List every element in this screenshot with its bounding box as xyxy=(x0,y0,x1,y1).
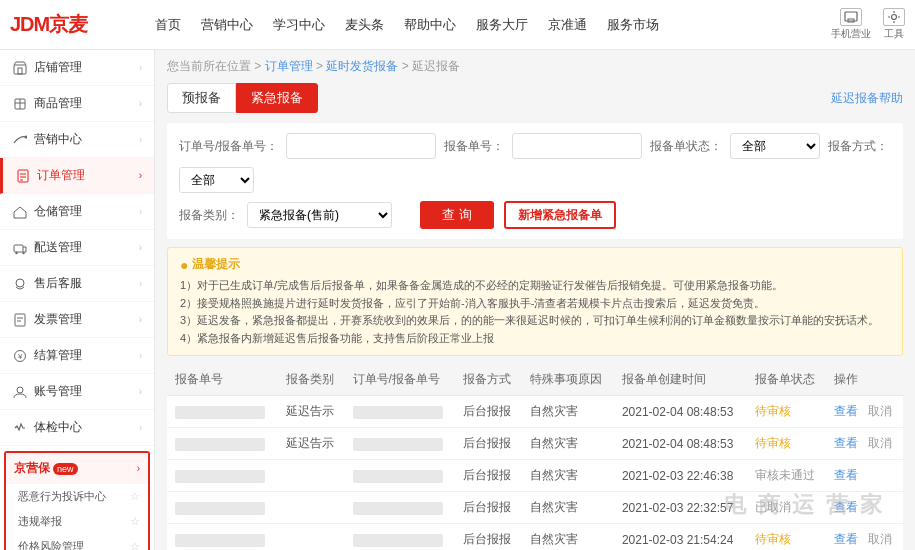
sidebar-item-invoice[interactable]: 发票管理 › xyxy=(0,302,154,338)
cell-report-no xyxy=(167,428,278,460)
cell-status: 已取消 xyxy=(747,492,826,524)
sidebar-item-aftersale[interactable]: 售后客服 › xyxy=(0,266,154,302)
action-cancel-4[interactable]: 取消 xyxy=(868,532,892,546)
order-no-input[interactable] xyxy=(286,133,436,159)
cell-order-no xyxy=(345,492,456,524)
sidebar-item-goods[interactable]: 商品管理 › xyxy=(0,86,154,122)
action-cancel-0[interactable]: 取消 xyxy=(868,404,892,418)
jyb-section: 京营保 new › 恶意行为投诉中心 ☆ 违规举报 ☆ 价格风险管理 ☆ xyxy=(4,451,150,550)
marketing-icon xyxy=(13,133,27,147)
method-label: 报备方式： xyxy=(828,138,888,155)
jyb-header[interactable]: 京营保 new › xyxy=(6,453,148,484)
breadcrumb-order-mgmt[interactable]: 订单管理 xyxy=(265,59,313,73)
sidebar-item-marketing[interactable]: 营销中心 › xyxy=(0,122,154,158)
svg-point-2 xyxy=(892,15,897,20)
action-view-2[interactable]: 查看 xyxy=(834,468,858,482)
tab-prebackup[interactable]: 预报备 xyxy=(167,83,236,113)
data-table: 报备单号 报备类别 订单号/报备单号 报备方式 特殊事项原因 报备单创建时间 报… xyxy=(167,364,903,550)
chevron-icon-account: › xyxy=(139,386,142,397)
tab-emergency[interactable]: 紧急报备 xyxy=(236,83,318,113)
main-content: 您当前所在位置 > 订单管理 > 延时发货报备 > 延迟报备 预报备 紧急报备 … xyxy=(155,50,915,550)
action-view-3[interactable]: 查看 xyxy=(834,500,858,514)
svg-point-19 xyxy=(22,251,24,253)
nav-item-home[interactable]: 首页 xyxy=(145,0,191,50)
sidebar-item-account[interactable]: 账号管理 › xyxy=(0,374,154,410)
svg-point-18 xyxy=(15,251,17,253)
svg-rect-21 xyxy=(15,314,25,326)
th-method: 报备方式 xyxy=(455,364,522,396)
sidebar-item-delivery[interactable]: 配送管理 › xyxy=(0,230,154,266)
jyb-subitem-report[interactable]: 违规举报 ☆ xyxy=(6,509,148,534)
cell-reason: 自然灾害 xyxy=(522,428,614,460)
sidebar-item-warehouse[interactable]: 仓储管理 › xyxy=(0,194,154,230)
sidebar-item-order[interactable]: 订单管理 › xyxy=(0,158,154,194)
tools-btn[interactable]: 工具 xyxy=(883,8,905,41)
mobile-store-btn[interactable]: 手机营业 xyxy=(831,8,871,41)
cell-actions: 查看 取消 xyxy=(826,396,903,428)
sidebar-item-aftersale-label: 售后客服 xyxy=(34,275,82,292)
report-no-input[interactable] xyxy=(512,133,642,159)
jyb-subitem-price-label: 价格风险管理 xyxy=(18,539,84,550)
cell-method: 后台报报 xyxy=(455,428,522,460)
health-icon xyxy=(13,421,27,435)
nav-item-marketing[interactable]: 营销中心 xyxy=(191,0,263,50)
cell-method: 后台报报 xyxy=(455,524,522,550)
nav-item-market[interactable]: 服务市场 xyxy=(597,0,669,50)
cell-created: 2021-02-03 21:54:24 xyxy=(614,524,747,550)
sidebar-item-marketing-label: 营销中心 xyxy=(34,131,82,148)
method-select[interactable]: 全部后台报备API报备 xyxy=(179,167,254,193)
jyb-subitem-price[interactable]: 价格风险管理 ☆ xyxy=(6,534,148,550)
logo: JDM京麦 xyxy=(10,11,130,38)
breadcrumb-home: 您当前所在位置 > xyxy=(167,59,265,73)
mobile-store-label: 手机营业 xyxy=(831,27,871,41)
store-icon xyxy=(13,61,27,75)
order-icon xyxy=(16,169,30,183)
warning-item-4: 4）紧急报备内新增延迟售后报备功能，支持售后阶段正常业上报 xyxy=(180,330,890,348)
cell-actions: 查看 xyxy=(826,460,903,492)
star-icon-0: ☆ xyxy=(130,490,140,503)
nav-item-service[interactable]: 服务大厅 xyxy=(466,0,538,50)
svg-rect-17 xyxy=(14,245,23,252)
sidebar-item-health[interactable]: 体检中心 › xyxy=(0,410,154,446)
account-icon xyxy=(13,385,27,399)
action-view-1[interactable]: 查看 xyxy=(834,436,858,450)
action-view-4[interactable]: 查看 xyxy=(834,532,858,546)
star-icon-1: ☆ xyxy=(130,515,140,528)
warehouse-icon xyxy=(13,205,27,219)
svg-text:¥: ¥ xyxy=(17,352,23,361)
cell-category: 延迟告示 xyxy=(278,396,345,428)
sidebar-item-account-label: 账号管理 xyxy=(34,383,82,400)
sidebar-item-goods-label: 商品管理 xyxy=(34,95,82,112)
nav-item-toutiao[interactable]: 麦头条 xyxy=(335,0,394,50)
query-button[interactable]: 查 询 xyxy=(420,201,494,229)
cell-reason: 自然灾害 xyxy=(522,524,614,550)
jyb-subitem-complaint[interactable]: 恶意行为投诉中心 ☆ xyxy=(6,484,148,509)
jyb-chevron: › xyxy=(137,463,140,474)
action-view-0[interactable]: 查看 xyxy=(834,404,858,418)
cell-report-no xyxy=(167,396,278,428)
nav-item-jingzhuntong[interactable]: 京准通 xyxy=(538,0,597,50)
status-select[interactable]: 全部待审核审核通过审核未通过已取消 xyxy=(730,133,820,159)
type-select[interactable]: 紧急报备(售前)全部紧急报备(售后) xyxy=(247,202,392,228)
th-report-no: 报备单号 xyxy=(167,364,278,396)
delivery-icon xyxy=(13,241,27,255)
nav-item-help[interactable]: 帮助中心 xyxy=(394,0,466,50)
jyb-subitems: 恶意行为投诉中心 ☆ 违规举报 ☆ 价格风险管理 ☆ 商品信息风险管理 ☆ xyxy=(6,484,148,550)
breadcrumb-delay-report[interactable]: 延时发货报备 xyxy=(326,59,398,73)
cell-order-no xyxy=(345,524,456,550)
new-emergency-button[interactable]: 新增紧急报备单 xyxy=(504,201,616,229)
svg-point-26 xyxy=(17,387,23,393)
sidebar-item-settlement[interactable]: ¥ 结算管理 › xyxy=(0,338,154,374)
help-link[interactable]: 延迟报备帮助 xyxy=(831,90,903,107)
th-order-no: 订单号/报备单号 xyxy=(345,364,456,396)
chevron-icon-health: › xyxy=(139,422,142,433)
cell-category xyxy=(278,524,345,550)
th-action: 操作 xyxy=(826,364,903,396)
action-cancel-1[interactable]: 取消 xyxy=(868,436,892,450)
chevron-icon-order: › xyxy=(139,170,142,181)
chevron-icon-warehouse: › xyxy=(139,206,142,217)
sidebar-item-store[interactable]: 店铺管理 › xyxy=(0,50,154,86)
cell-report-no xyxy=(167,460,278,492)
chevron-icon-aftersale: › xyxy=(139,278,142,289)
nav-item-learning[interactable]: 学习中心 xyxy=(263,0,335,50)
